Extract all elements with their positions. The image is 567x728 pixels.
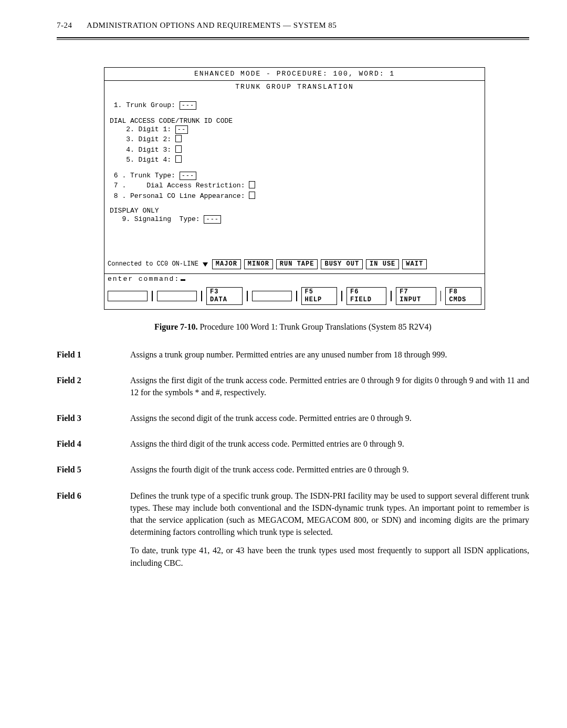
label-signaling-type: 9. Signaling Type:: [122, 215, 200, 223]
fkey-row: F3 DATA F5 HELP F6 FIELD F7 INPUT F8 CMD…: [104, 285, 485, 309]
page: 7-24 ADMINISTRATION OPTIONS AND REQUIREM…: [0, 0, 567, 728]
label-dial-access-restriction: 7 . Dial Access Restriction:: [114, 182, 245, 189]
status-pill-busy-out: BUSY OUT: [321, 259, 363, 269]
field-row-2: Field 2Assigns the first digit of the tr…: [57, 374, 529, 405]
command-row: enter command:: [104, 274, 485, 284]
figure-text: Procedure 100 Word 1: Trunk Group Transl…: [197, 322, 432, 331]
term-line-5: 5. Digit 4:: [110, 154, 479, 164]
fkey-slot-f2[interactable]: [157, 291, 197, 301]
header-title: ADMINISTRATION OPTIONS AND REQUIREMENTS …: [87, 21, 337, 29]
fkey-f5-help[interactable]: F5 HELP: [301, 287, 338, 305]
field-signaling-type[interactable]: ---: [204, 215, 221, 224]
fkey-sep-7: [440, 291, 442, 301]
field-4-para-1: Assigns the third digit of the trunk acc…: [130, 438, 529, 450]
command-label: enter command:: [108, 275, 180, 283]
field-digit2[interactable]: [175, 135, 182, 142]
label-trunk-type: 6 . Trunk Type:: [114, 172, 175, 180]
field-label-5: Field 5: [57, 463, 130, 482]
field-dial-access-restriction[interactable]: [249, 181, 255, 188]
term-section-display: DISPLAY ONLY: [110, 207, 479, 215]
status-pill-wait: WAIT: [402, 259, 427, 269]
field-row-5: Field 5Assigns the fourth digit of the t…: [57, 463, 529, 482]
field-6-para-2: To date, trunk type 41, 42, or 43 have b…: [130, 544, 529, 568]
figure-number: Figure 7-10.: [154, 322, 197, 331]
term-line-8: 8 . Personal CO Line Appearance:: [110, 191, 479, 201]
terminal-window: ENHANCED MODE - PROCEDURE: 100, WORD: 1 …: [104, 67, 485, 310]
field-trunk-type[interactable]: ---: [180, 172, 197, 180]
field-row-6: Field 6Defines the trunk type of a speci…: [57, 490, 529, 575]
fkey-sep-2: [201, 291, 202, 301]
header-rule-thick: [57, 37, 529, 38]
field-body-6: Defines the trunk type of a specific tru…: [130, 490, 529, 575]
fkey-sep-4: [296, 291, 297, 301]
fkey-sep-1: [152, 291, 153, 301]
arrow-down-icon: [203, 262, 208, 267]
term-line-7: 7 . Dial Access Restriction:: [110, 180, 479, 190]
status-pill-major: MAJOR: [212, 259, 241, 269]
term-line-3: 3. Digit 2:: [110, 134, 479, 144]
fkey-sep-3: [247, 291, 248, 301]
status-row: Connected to CC0 ON-LINE MAJOR MINOR RUN…: [104, 257, 485, 271]
status-pill-minor: MINOR: [244, 259, 273, 269]
label-digit4: 5. Digit 4:: [126, 156, 171, 164]
terminal-subtitle: TRUNK GROUP TRANSLATION: [104, 81, 485, 94]
label-digit3: 4. Digit 3:: [126, 146, 171, 154]
field-row-1: Field 1Assigns a trunk group number. Per…: [57, 349, 529, 367]
term-line-6: 6 . Trunk Type: ---: [110, 172, 479, 180]
field-body-4: Assigns the third digit of the trunk acc…: [130, 438, 529, 456]
status-prefix: Connected to CC0 ON-LINE: [108, 260, 198, 268]
field-6-para-1: Defines the trunk type of a specific tru…: [130, 490, 529, 539]
field-body-5: Assigns the fourth digit of the trunk ac…: [130, 463, 529, 482]
label-personal-co-line: 8 . Personal CO Line Appearance:: [114, 192, 245, 200]
fkey-sep-5: [341, 291, 342, 301]
terminal-wrapper: ENHANCED MODE - PROCEDURE: 100, WORD: 1 …: [104, 67, 485, 310]
header-rule-thin: [57, 39, 529, 40]
label-digit2: 3. Digit 2:: [126, 135, 171, 143]
terminal-title: ENHANCED MODE - PROCEDURE: 100, WORD: 1: [104, 68, 485, 81]
field-label-2: Field 2: [57, 374, 130, 405]
term-line-2: 2. Digit 1: --: [110, 125, 479, 134]
field-digit3[interactable]: [175, 145, 182, 153]
cursor-icon[interactable]: [181, 279, 185, 281]
field-label-4: Field 4: [57, 438, 130, 456]
field-5-para-1: Assigns the fourth digit of the trunk ac…: [130, 463, 529, 476]
field-1-para-1: Assigns a trunk group number. Permitted …: [130, 349, 529, 361]
field-body-1: Assigns a trunk group number. Permitted …: [130, 349, 529, 367]
page-number: 7-24: [57, 21, 72, 30]
label-digit1: 2. Digit 1:: [126, 125, 171, 133]
term-line-9: 9. Signaling Type: ---: [110, 215, 479, 224]
fkey-slot-f1[interactable]: [108, 291, 148, 301]
fkey-f7-input[interactable]: F7 INPUT: [396, 287, 436, 305]
fkey-f8-cmds[interactable]: F8 CMDS: [445, 287, 481, 305]
field-digit4[interactable]: [175, 155, 182, 163]
status-pill-in-use: IN USE: [366, 259, 399, 269]
term-section-dial: DIAL ACCESS CODE/TRUNK ID CODE: [110, 117, 479, 125]
fkey-slot-f4[interactable]: [252, 291, 292, 301]
status-pill-run-tape: RUN TAPE: [276, 259, 318, 269]
field-definitions: Field 1Assigns a trunk group number. Per…: [57, 349, 529, 575]
fkey-sep-6: [391, 291, 392, 301]
label-trunk-group: 1. Trunk Group:: [114, 101, 175, 109]
field-label-6: Field 6: [57, 490, 130, 575]
fkey-f3-data[interactable]: F3 DATA: [206, 287, 243, 305]
page-header: 7-24 ADMINISTRATION OPTIONS AND REQUIREM…: [57, 21, 529, 34]
field-label-3: Field 3: [57, 412, 130, 430]
term-line-4: 4. Digit 3:: [110, 144, 479, 154]
field-row-4: Field 4Assigns the third digit of the tr…: [57, 438, 529, 456]
field-personal-co-line[interactable]: [249, 192, 255, 199]
field-body-3: Assigns the second digit of the trunk ac…: [130, 412, 529, 430]
field-3-para-1: Assigns the second digit of the trunk ac…: [130, 412, 529, 424]
field-digit1[interactable]: --: [175, 125, 188, 134]
field-trunk-group[interactable]: ---: [180, 101, 197, 110]
field-row-3: Field 3Assigns the second digit of the t…: [57, 412, 529, 430]
figure-caption: Figure 7-10. Procedure 100 Word 1: Trunk…: [57, 322, 529, 332]
terminal-body: 1. Trunk Group: --- DIAL ACCESS CODE/TRU…: [104, 95, 485, 258]
fkey-f6-field[interactable]: F6 FIELD: [346, 287, 386, 305]
field-label-1: Field 1: [57, 349, 130, 367]
field-2-para-1: Assigns the first digit of the trunk acc…: [130, 374, 529, 398]
field-body-2: Assigns the first digit of the trunk acc…: [130, 374, 529, 405]
term-line-1: 1. Trunk Group: ---: [110, 101, 479, 110]
